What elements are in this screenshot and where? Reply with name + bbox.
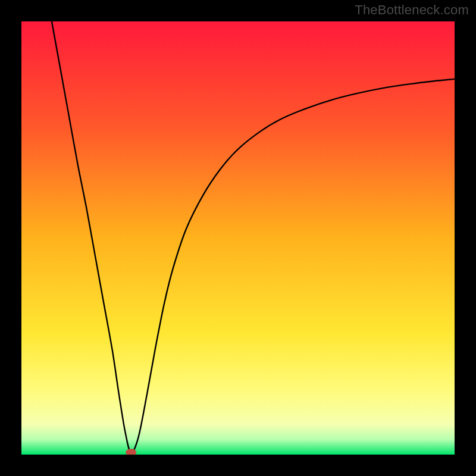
watermark-text: TheBottleneck.com <box>355 2 469 18</box>
bottleneck-plot-svg <box>21 21 455 455</box>
plot-area <box>21 21 455 455</box>
chart-outer-frame: TheBottleneck.com <box>0 0 476 476</box>
